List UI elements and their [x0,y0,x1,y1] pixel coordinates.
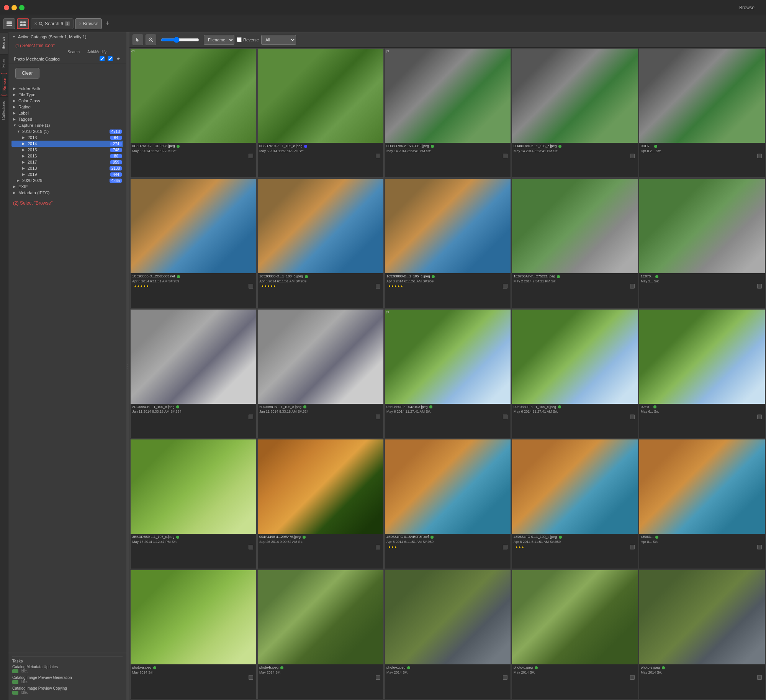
search-checkbox[interactable] [100,56,105,61]
photo-cell-9[interactable]: 1E8700A7-7...C75221.jpeg May 2 2014 2:54… [512,179,638,308]
tree-2019[interactable]: ▶ 2019 444 [11,171,123,177]
tree-metadata-iptc[interactable]: ▶ Metadata (IPTC) [11,190,123,196]
photo-cell-4[interactable]: 0D38D786-2...1_105_c.jpeg May 14 2014 3:… [512,48,638,178]
close-button[interactable] [4,5,9,10]
tab-close-x2[interactable]: ✕ [79,21,82,26]
cursor-tool-button[interactable] [133,34,143,45]
reverse-checkbox[interactable] [237,37,242,42]
photo-checkbox-25[interactable] [757,675,762,680]
vtab-browse[interactable]: Browse [1,73,7,95]
photo-thumb-4 [512,49,638,143]
photo-checkbox-7[interactable] [376,284,380,289]
photo-checkbox-19[interactable] [630,545,635,549]
photo-checkbox-23[interactable] [503,675,507,680]
photo-cell-23[interactable]: photo-c.jpeg May 2014 S#: [385,570,511,699]
vtab-filter[interactable]: Filter [0,54,8,72]
photo-checkbox-5[interactable] [757,154,762,158]
photo-cell-25[interactable]: photo-e.jpeg May 2014 S#: [639,570,765,699]
photo-cell-10[interactable]: 1E870... May 2... S#: [639,179,765,308]
photo-checkbox-8[interactable] [503,284,507,289]
grid-view-icon-button[interactable] [17,18,29,29]
photo-cell-8[interactable]: 1CE93800-D...1_105_c.jpeg Apr 8 2014 6:1… [385,179,511,308]
instruction2-text: (2) Select "Browse" [13,200,52,206]
photo-checkbox-17[interactable] [376,545,380,549]
tree-tagged[interactable]: ▶ Tagged [11,116,123,122]
photo-checkbox-22[interactable] [376,675,380,680]
star-button[interactable]: ★ [116,56,121,61]
vtab-collections[interactable]: Collections [0,96,8,125]
tree-2015[interactable]: ▶ 2015 748 [11,147,123,153]
photo-checkbox-21[interactable] [249,675,253,680]
tree-folder-path[interactable]: ▶ Folder Path [11,85,123,92]
photo-cell-18[interactable]: 4E0634FC-0...5AB0F3F.nef Apr 8 2014 6:11… [385,439,511,569]
photo-info-20: 4E063... Apr 8... S#: [639,534,765,550]
photo-cell-13[interactable]: 🏷 02E0360F-3...04A103.jpeg May 6 2014 11… [385,309,511,439]
photo-checkbox-2[interactable] [376,154,380,158]
add-tab-button[interactable]: + [103,20,112,28]
photo-checkbox-3[interactable] [503,154,507,158]
photo-cell-22[interactable]: photo-b.jpeg May 2014 S#: [257,570,384,699]
tree-2017[interactable]: ▶ 2017 959 [11,159,123,165]
photo-cell-7[interactable]: 1CE93800-D...1_100_o.jpeg Apr 8 2014 6:1… [257,179,384,308]
photo-checkbox-24[interactable] [630,675,635,680]
photo-checkbox-20[interactable] [757,545,762,549]
filter-dropdown[interactable]: All Marked Unmarked Color Class [261,35,296,45]
photo-cell-12[interactable]: 2DC688CB-...1_105_c.jpeg Jan 11 2014 8:3… [257,309,384,439]
photo-checkbox-6[interactable] [249,284,253,289]
tree-2010-2019[interactable]: ▼ 2010-2019 (1) 4713 [11,128,123,134]
photo-checkbox-13[interactable] [503,415,507,419]
tree-2013[interactable]: ▶ 2013 64 [11,134,123,141]
photo-cell-14[interactable]: 02E0360F-3...1_105_c.jpeg May 6 2014 11:… [512,309,638,439]
photo-info-6: 1CE93800-D...2C6B683.nef Apr 8 2014 6:11… [131,273,256,290]
add-modify-checkbox[interactable] [108,56,113,61]
photo-checkbox-9[interactable] [630,284,635,289]
tree-2014[interactable]: ▶ 2014 274 [11,141,123,147]
photo-cell-20[interactable]: 4E063... Apr 8... S#: [639,439,765,569]
tab-search[interactable]: ✕ Search 6 1 [31,18,74,29]
photo-checkbox-12[interactable] [376,415,380,419]
expand-triangle[interactable]: ▼ [12,35,16,39]
catalog-icon-button[interactable] [3,18,15,29]
thumbnail-size-slider[interactable] [161,37,199,43]
vtab-search[interactable]: Search [0,32,8,54]
tree-2020-2029[interactable]: ▶ 2020-2029 4365 [11,177,123,184]
tree-label[interactable]: ▶ Label [11,110,123,116]
photo-cell-5[interactable]: 0DD7... Apr 8 2... S#: [639,48,765,178]
photo-cell-6[interactable]: 1CE93800-D...2C6B683.nef Apr 8 2014 6:11… [130,179,257,308]
photo-cell-17[interactable]: 004A4498-4...29EA76.jpeg Sep 26 2014 9:0… [257,439,384,569]
maximize-button[interactable] [19,5,25,10]
window-controls [4,5,25,10]
photo-cell-16[interactable]: 3EBDDB59-...1_105_c.jpeg May 16 2014 1:1… [130,439,257,569]
photo-checkbox-11[interactable] [249,415,253,419]
clear-button[interactable]: Clear [15,68,39,79]
zoom-tool-button[interactable] [146,34,156,45]
photo-checkbox-14[interactable] [630,415,635,419]
tab-browse[interactable]: ✕ Browse [75,18,102,29]
photo-cell-11[interactable]: 2DC688CB-...1_100_o.jpeg Jan 11 2014 8:3… [130,309,257,439]
tree-2016[interactable]: ▶ 2016 86 [11,153,123,159]
photo-cell-15[interactable]: 02E0... May 6... S#: [639,309,765,439]
photo-cell-1[interactable]: 🏷 0C5D7619-7...CD95F8.jpeg May 5 2014 11… [130,48,257,178]
tree-file-type[interactable]: ▶ File Type [11,92,123,98]
minimize-button[interactable] [11,5,17,10]
tree-2018[interactable]: ▶ 2018 2138 [11,165,123,171]
photo-checkbox-18[interactable] [503,545,507,549]
tree-exif[interactable]: ▶ EXIF [11,184,123,190]
photo-checkbox-10[interactable] [757,284,762,289]
tab-search-count: 1 [65,21,70,26]
tree-capture-time[interactable]: ▼ Capture Time (1) [11,122,123,128]
resize-splitter[interactable] [126,32,129,700]
photo-cell-24[interactable]: photo-d.jpeg May 2014 S#: [512,570,638,699]
photo-cell-2[interactable]: 0C5D7619-7...1_105_c.jpeg May 5 2014 11:… [257,48,384,178]
photo-checkbox-1[interactable] [249,154,253,158]
photo-checkbox-4[interactable] [630,154,635,158]
tree-color-class[interactable]: ▶ Color Class [11,98,123,104]
photo-checkbox-16[interactable] [249,545,253,549]
tab-close-x[interactable]: ✕ [34,21,37,26]
sort-dropdown[interactable]: Filename Date Size Rating [204,35,234,45]
photo-cell-19[interactable]: 4E0634FC-0...1_100_o.jpeg Apr 8 2014 6:1… [512,439,638,569]
photo-cell-3[interactable]: 🏷 0D38D786-2...53FCE9.jpeg May 14 2014 3… [385,48,511,178]
photo-cell-21[interactable]: photo-a.jpeg May 2014 S#: [130,570,257,699]
tree-rating[interactable]: ▶ Rating [11,104,123,110]
photo-checkbox-15[interactable] [757,415,762,419]
